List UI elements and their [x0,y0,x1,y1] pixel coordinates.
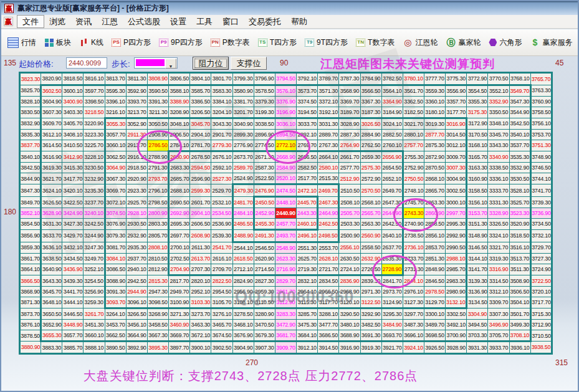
grid-cell: 2959.30 [254,287,275,297]
market-quotes-button[interactable]: 行情 [7,37,36,48]
grid-cell: 3340.90 [488,151,509,163]
grid-cell: 2522.50 [254,173,275,184]
grid-cell: 3883.30 [41,342,62,354]
grid-cell: 3331.30 [488,196,509,208]
grid-cell: 3422.50 [62,196,84,208]
grid-cell: 3448.90 [62,320,84,330]
menu-item-8[interactable]: 交易委托 [244,16,286,27]
grid-cell: 3662.50 [105,330,126,341]
grid-cell: 2457.70 [275,218,296,229]
menu-item-1[interactable]: 浏览 [44,16,70,27]
menu-item-5[interactable]: 设置 [165,16,191,27]
grid-key-cell: 2728.90 [381,264,403,275]
grid-cell: 3847.30 [20,184,41,197]
grid-cell: 2803.30 [147,218,168,229]
grid-cell: 2654.50 [381,163,403,173]
grid-cell: 2738.50 [403,230,424,242]
grid-cell: 3458.50 [147,320,168,330]
menu-item-6[interactable]: 工具 [191,16,218,27]
grid-cell: 3775.30 [446,73,467,85]
grid-cell: 3470.50 [254,320,275,330]
grid-cell: 3182.50 [403,107,424,118]
menu-item-2[interactable]: 资讯 [70,16,97,27]
grid-cell: 3386.50 [190,96,211,107]
grid-cell: 3307.30 [488,308,509,320]
grid-cell: 2472.10 [297,184,318,197]
grid-cell: 3525.70 [509,196,530,208]
grid-cell: 2625.70 [297,253,318,264]
resistance-button[interactable]: 阻力位 [193,57,229,70]
grid-cell: 3645.70 [41,287,62,297]
grid-cell: 2707.30 [190,264,211,275]
winner-wheel-button[interactable]: Ⓑ赢家轮 [446,37,481,48]
grid-cell: 3067.30 [105,173,126,184]
grid-cell: 3600.10 [62,85,84,96]
grid-cell: 3170.50 [467,130,488,140]
grid-cell: 3619.30 [41,163,62,173]
grid-cell: 3439.30 [62,275,84,286]
grid-cell: 3398.50 [84,96,105,107]
hexagon-button[interactable]: 六角形 [489,37,522,48]
grid-cell: 3686.50 [318,330,339,341]
grid-cell: 3172.90 [467,118,488,129]
support-button[interactable]: 支撑位 [231,57,267,70]
start-price-input[interactable] [66,57,107,69]
grid-cell: 3568.90 [339,85,360,96]
menu-item-9[interactable]: 帮助 [286,16,312,27]
grid-cell: 3936.10 [509,342,530,354]
9t-square-button[interactable]: T99T四方形 [305,37,348,48]
grid-cell: 2774.50 [254,140,275,151]
grid-cell: 3741.70 [530,184,552,197]
grid-cell: 3902.50 [211,342,232,354]
menu-item-3[interactable]: 江恩 [97,16,123,27]
grid-cell: 2589.70 [232,163,254,173]
grid-cell: 3823.30 [20,73,41,85]
menu-item-4[interactable]: 公式选股 [123,16,165,27]
grid-cell: 3854.50 [20,218,41,229]
grid-cell: 3636.10 [41,242,62,253]
grid-cell: 2644.90 [381,208,403,219]
combo-dropdown-button[interactable]: ▼ [165,59,176,69]
grid-cell: 2923.30 [126,184,147,197]
grid-cell: 3796.90 [254,73,275,85]
menu-item-0[interactable]: 文件 [17,15,44,28]
grid-cell: 3177.70 [446,107,467,118]
t-number-table-button[interactable]: TNT数字表 [356,37,395,48]
grid-cell: 2750.50 [403,173,424,184]
step-color-swatch [136,59,165,66]
grid-cell: 2978.50 [424,287,445,297]
grid-cell: 3727.30 [530,253,552,264]
menu-item-7[interactable]: 窗口 [218,16,244,27]
sectors-button[interactable]: 板块 [44,37,71,48]
grid-cell: 2820.10 [190,275,211,286]
p-square-button[interactable]: PSP四方形 [112,37,151,48]
kline-button[interactable]: K线 [79,37,103,48]
grid-cell: 2815.30 [147,275,168,286]
controls-row: 135 起始价格: 步长: ▼ 阻力位 支撑位 90 江恩矩阵图未来关键位测算预… [1,56,578,72]
grid-cell: 2647.30 [381,196,403,208]
winner-service-button[interactable]: $赢家服务 [530,37,572,48]
dollar-icon: $ [530,38,540,47]
t-square-button[interactable]: TST四方形 [258,37,297,48]
grid-cell: 3417.70 [62,173,84,184]
grid-cell: 2808.10 [147,242,168,253]
grid-cell: 2611.30 [190,242,211,253]
grid-cell: 2990.50 [446,242,467,253]
grid-cell: 3772.90 [467,73,488,85]
grid-cell: 3060.10 [105,140,126,151]
grid-cell: 3098.50 [147,297,168,308]
grid-cell: 2932.90 [126,230,147,242]
grid-cell: 3120.10 [339,297,360,308]
step-combobox[interactable]: ▼ [134,57,178,69]
9p-square-button[interactable]: P99P四方形 [159,37,203,48]
p-number-table-button[interactable]: PNP数字表 [211,37,250,48]
grid-cell: 3465.70 [211,320,232,330]
grid-cell: 3844.90 [20,173,41,184]
grid-cell: 3576.10 [275,85,296,96]
grid-cell: 2767.30 [318,140,339,151]
grid-cell: 3232.90 [84,173,105,184]
grid-cell: 3132.10 [446,297,467,308]
grid-cell: 3314.50 [488,275,509,286]
gann-wheel-button[interactable]: ◎江恩轮 [403,37,438,48]
grid-cell: 2560.90 [360,230,381,242]
